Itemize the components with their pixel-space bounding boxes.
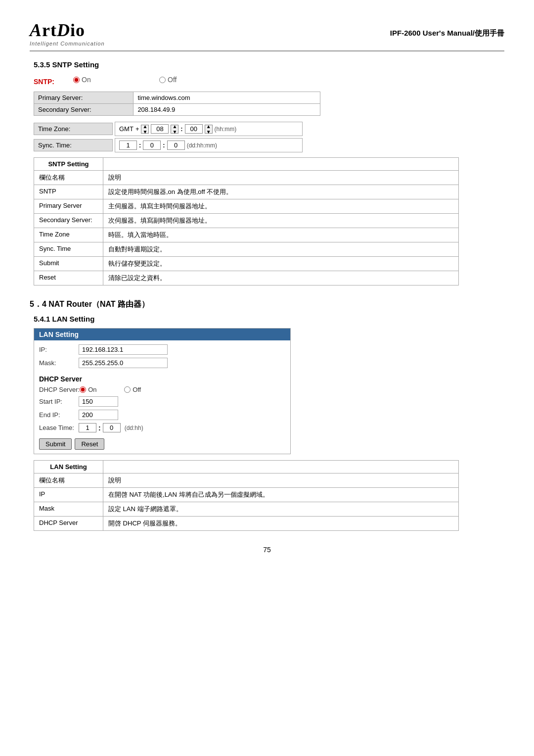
sntp-table-header-row: SNTP Setting	[34, 158, 459, 171]
dhcp-desc: 開啓 DHCP 伺服器服務。	[103, 517, 459, 531]
end-ip-label: End IP:	[39, 411, 79, 419]
primary-row: Primary Server 主伺服器。填寫主時間伺服器地址。	[34, 199, 459, 214]
dhcp-on-radio[interactable]	[80, 386, 86, 393]
timezone-value: GMT + ▲▼ ▲▼ : ▲▼ (hh:mm)	[115, 122, 303, 136]
lan-panel-header: LAN Setting	[34, 329, 290, 340]
start-ip-label: Start IP:	[39, 398, 79, 405]
mask-desc: 設定 LAN 端子網路遮罩。	[103, 502, 459, 517]
start-ip-input[interactable]	[79, 396, 118, 407]
colon-1: :	[180, 125, 182, 133]
sntp-radio-group: On Off	[73, 76, 238, 84]
dhcp-server-row: DHCP Server: On Off	[39, 386, 285, 393]
primary-server-value-cell[interactable]	[134, 92, 320, 104]
tz-up-spinner[interactable]: ▲▼	[141, 125, 149, 134]
lan-col-desc	[103, 461, 459, 473]
lan-field-desc: 說明	[103, 473, 459, 488]
lan-heading: 5.4.1 LAN Setting	[34, 315, 504, 323]
sntp-on-label[interactable]: On	[73, 76, 152, 84]
mask-row: Mask:	[39, 358, 285, 368]
page-header: ArtDio Intelligent Communication IPF-260…	[30, 20, 504, 51]
dhcp-on-text: On	[88, 386, 96, 393]
primary-desc: 主伺服器。填寫主時間伺服器地址。	[103, 199, 459, 214]
dhcp-server-label: DHCP Server:	[39, 386, 80, 393]
mask-input[interactable]	[79, 358, 168, 368]
dhcp-off-label[interactable]: Off	[124, 386, 164, 393]
dhcp-off-radio[interactable]	[124, 386, 131, 393]
lan-section: 5.4.1 LAN Setting LAN Setting IP: Mask: …	[34, 315, 504, 531]
lan-panel-body: IP: Mask: DHCP Server DHCP Server: On	[34, 340, 290, 454]
dhcp-on-label[interactable]: On	[80, 386, 119, 393]
sync-hh-input[interactable]	[143, 141, 161, 150]
synctime-desc: 自動對時週期設定。	[103, 242, 459, 257]
secondary-field: Secondary Server:	[34, 214, 103, 228]
lan-table-header-row: LAN Setting	[34, 461, 459, 473]
sntp-field: SNTP	[34, 185, 103, 199]
end-ip-row: End IP:	[39, 410, 285, 420]
plus-sign: +	[135, 125, 139, 133]
ip-input[interactable]	[79, 344, 168, 355]
lan-label-row: 欄位名稱 說明	[34, 473, 459, 488]
end-ip-input[interactable]	[79, 410, 118, 420]
sntp-col-name: SNTP Setting	[34, 158, 103, 171]
reset-field: Reset	[34, 271, 103, 285]
secondary-server-row: Secondary Server:	[34, 104, 320, 116]
lan-field-name: 欄位名稱	[34, 473, 103, 488]
page-number: 75	[30, 546, 504, 554]
field-desc-label: 說明	[103, 171, 459, 185]
sntp-off-radio[interactable]	[159, 77, 166, 83]
timezone-hint: (hh:mm)	[215, 126, 237, 133]
lease-dd-input[interactable]	[79, 423, 96, 432]
timezone-hour-input[interactable]	[151, 124, 169, 134]
tz-hour-spinner[interactable]: ▲▼	[171, 125, 178, 134]
lease-hh-input[interactable]	[103, 423, 121, 432]
sntp-row: SNTP 設定使用時間伺服器,on 為使用,off 不使用。	[34, 185, 459, 199]
submit-button[interactable]: Submit	[39, 438, 72, 450]
sntp-description-table: SNTP Setting 欄位名稱 說明 SNTP 設定使用時間伺服器,on 為…	[34, 157, 459, 285]
secondary-desc: 次伺服器。填寫副時間伺服器地址。	[103, 214, 459, 228]
timezone-min-input[interactable]	[185, 124, 203, 134]
synctime-table-row: Sync. Time 自動對時週期設定。	[34, 242, 459, 257]
primary-server-input[interactable]	[137, 94, 316, 101]
sntp-section-heading: 5.3.5 SNTP Setting	[34, 60, 504, 69]
reset-desc: 清除已設定之資料。	[103, 271, 459, 285]
primary-server-row: Primary Server:	[34, 92, 320, 104]
colon-3: :	[163, 142, 165, 149]
timezone-table-row: Time Zone 時區。填入當地時區。	[34, 228, 459, 242]
secondary-server-input[interactable]	[137, 106, 316, 113]
dhcp-desc-row: DHCP Server 開啓 DHCP 伺服器服務。	[34, 517, 459, 531]
sync-dd-input[interactable]	[119, 141, 137, 150]
sync-hint: (dd:hh:mm)	[187, 142, 217, 149]
timezone-desc: 時區。填入當地時區。	[103, 228, 459, 242]
gmt-label: GMT	[119, 125, 134, 133]
sntp-off-text: Off	[168, 76, 177, 84]
sync-mm-input[interactable]	[167, 141, 185, 150]
submit-field: Submit	[34, 257, 103, 271]
submit-table-row: Submit 執行儲存變更設定。	[34, 257, 459, 271]
manual-title: IPF-2600 User's Manual/使用手冊	[390, 29, 504, 38]
lan-btn-row: Submit Reset	[39, 438, 285, 450]
nat-heading: 5．4 NAT Router（NAT 路由器）	[30, 299, 504, 310]
logo-title: ArtDio	[30, 20, 105, 41]
colon-2: :	[139, 142, 141, 149]
sntp-desc: 設定使用時間伺服器,on 為使用,off 不使用。	[103, 185, 459, 199]
sntp-table-label-row: 欄位名稱 說明	[34, 171, 459, 185]
sntp-on-radio[interactable]	[73, 77, 80, 83]
ip-desc: 在開啓 NAT 功能後,LAN 埠將自己成為另一個虛擬網域。	[103, 488, 459, 502]
timezone-row: Time Zone: GMT + ▲▼ ▲▼ : ▲▼ (hh:mm)	[34, 122, 504, 136]
sntp-off-label[interactable]: Off	[159, 76, 238, 84]
ip-field: IP	[34, 488, 103, 502]
secondary-server-value-cell[interactable]	[134, 104, 320, 116]
dhcp-field: DHCP Server	[34, 517, 103, 531]
mask-field: Mask	[34, 502, 103, 517]
sntp-on-text: On	[82, 76, 91, 84]
server-table: Primary Server: Secondary Server:	[34, 92, 320, 116]
ip-row: IP:	[39, 344, 285, 355]
reset-button[interactable]: Reset	[75, 438, 104, 450]
dhcp-header: DHCP Server	[39, 375, 285, 383]
reset-table-row: Reset 清除已設定之資料。	[34, 271, 459, 285]
sntp-section: 5.3.5 SNTP Setting SNTP: On Off Primary …	[34, 60, 504, 285]
timezone-field: Time Zone	[34, 228, 103, 242]
primary-server-label: Primary Server:	[34, 92, 134, 104]
secondary-row: Secondary Server: 次伺服器。填寫副時間伺服器地址。	[34, 214, 459, 228]
tz-min-spinner[interactable]: ▲▼	[205, 125, 213, 134]
